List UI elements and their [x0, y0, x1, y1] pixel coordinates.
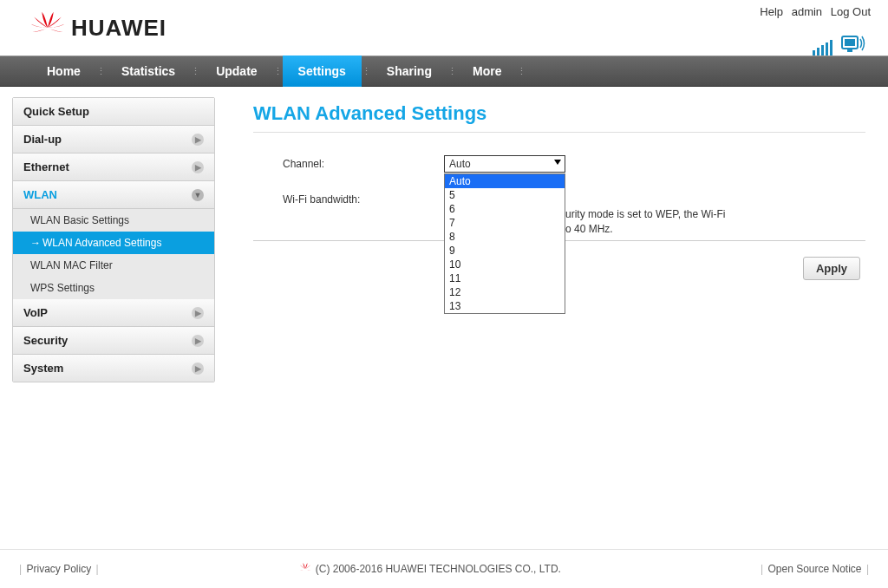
chevron-right-icon: ▶	[192, 363, 204, 375]
open-source-link[interactable]: Open Source Notice	[767, 563, 861, 575]
copyright-text: (C) 2006-2016 HUAWEI TECHNOLOGIES CO., L…	[316, 563, 561, 575]
channel-option-11[interactable]: 11	[445, 271, 565, 285]
logo: HUAWEI	[17, 5, 166, 56]
chevron-right-icon: ▶	[192, 307, 204, 319]
sidebar: Quick Setup Dial-up ▶ Ethernet ▶ WLAN ▼ …	[12, 97, 215, 382]
brand-text: HUAWEI	[71, 15, 166, 42]
channel-option-8[interactable]: 8	[445, 230, 565, 244]
help-text: urity mode is set to WEP, the Wi-Fi o 40…	[565, 207, 726, 238]
channel-dropdown[interactable]: Auto 5 6 7 8 9 10 11 12 13	[444, 173, 565, 314]
page-title: WLAN Advanced Settings	[253, 102, 865, 133]
chevron-right-icon: ▶	[192, 134, 204, 146]
channel-option-6[interactable]: 6	[445, 202, 565, 216]
sidebar-wlan-basic[interactable]: WLAN Basic Settings	[13, 209, 214, 232]
channel-option-12[interactable]: 12	[445, 285, 565, 299]
sidebar-wlan-wps[interactable]: WPS Settings	[13, 277, 214, 299]
channel-option-13[interactable]: 13	[445, 299, 565, 313]
dropdown-triangle-icon	[554, 160, 561, 165]
nav-sharing[interactable]: Sharing	[371, 56, 447, 87]
arrow-right-icon: →	[30, 237, 41, 249]
channel-option-10[interactable]: 10	[445, 258, 565, 271]
header-links: Help admin Log Out	[754, 5, 871, 18]
monitor-wifi-icon	[841, 34, 865, 56]
svg-rect-2	[847, 49, 852, 52]
channel-option-5[interactable]: 5	[445, 188, 565, 202]
main-panel: WLAN Advanced Settings Channel: Auto Wi-…	[232, 97, 876, 382]
sidebar-ethernet[interactable]: Ethernet ▶	[13, 154, 214, 181]
sidebar-wlan-submenu: WLAN Basic Settings →WLAN Advanced Setti…	[13, 209, 214, 299]
svg-rect-1	[845, 39, 855, 46]
sidebar-wlan-mac[interactable]: WLAN MAC Filter	[13, 254, 214, 277]
chevron-right-icon: ▶	[192, 161, 204, 173]
channel-option-auto[interactable]: Auto	[445, 174, 565, 188]
chevron-down-icon: ▼	[192, 189, 204, 201]
huawei-logo-icon	[29, 10, 66, 45]
channel-select-value: Auto	[449, 158, 471, 170]
huawei-footer-icon	[298, 562, 312, 576]
nav-more[interactable]: More	[457, 56, 517, 87]
top-nav: Home ⋮ Statistics ⋮ Update ⋮ Settings ⋮ …	[0, 56, 888, 87]
sidebar-dialup[interactable]: Dial-up ▶	[13, 126, 214, 154]
nav-update[interactable]: Update	[200, 56, 272, 87]
nav-statistics[interactable]: Statistics	[106, 56, 191, 87]
bandwidth-label: Wi-Fi bandwidth:	[283, 193, 444, 206]
privacy-policy-link[interactable]: Privacy Policy	[26, 563, 91, 575]
channel-label: Channel:	[283, 158, 444, 170]
footer: | Privacy Policy | (C) 2006-2016 HUAWEI …	[0, 549, 888, 576]
channel-option-9[interactable]: 9	[445, 244, 565, 258]
apply-button[interactable]: Apply	[803, 257, 860, 280]
channel-option-7[interactable]: 7	[445, 216, 565, 230]
help-link[interactable]: Help	[760, 5, 783, 18]
signal-strength-icon	[813, 40, 832, 56]
chevron-right-icon: ▶	[192, 335, 204, 347]
admin-link[interactable]: admin	[792, 5, 822, 18]
nav-home[interactable]: Home	[31, 56, 96, 87]
nav-settings[interactable]: Settings	[283, 56, 362, 87]
sidebar-wlan[interactable]: WLAN ▼	[13, 181, 214, 209]
sidebar-quick-setup[interactable]: Quick Setup	[13, 98, 214, 126]
logout-link[interactable]: Log Out	[831, 5, 871, 18]
sidebar-security[interactable]: Security ▶	[13, 327, 214, 355]
channel-select[interactable]: Auto	[444, 155, 565, 173]
sidebar-voip[interactable]: VoIP ▶	[13, 299, 214, 327]
sidebar-system[interactable]: System ▶	[13, 355, 214, 382]
sidebar-wlan-advanced[interactable]: →WLAN Advanced Settings	[13, 232, 214, 254]
